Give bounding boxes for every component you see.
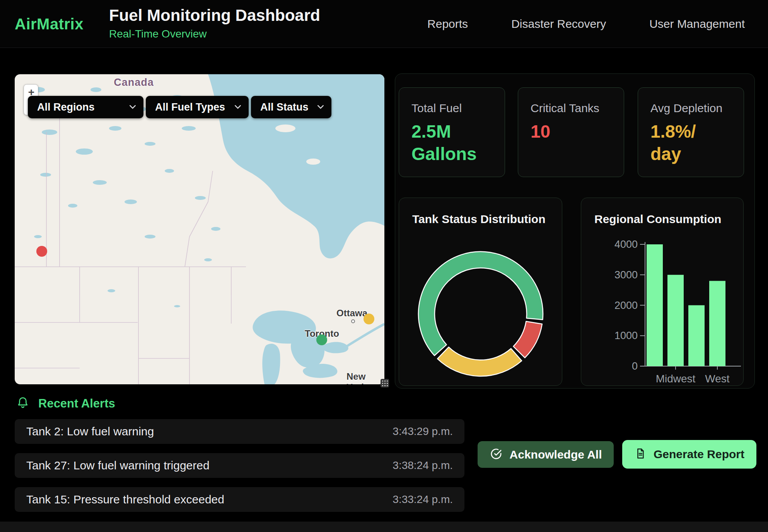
stat-card-avg-depletion: Avg Depletion 1.8%/ day: [638, 87, 744, 177]
alert-row-partial: [0, 522, 768, 532]
fuel-type-filter-value: All Fuel Types: [155, 101, 225, 113]
status-filter-select[interactable]: All Status: [251, 96, 331, 118]
bar-0: [647, 244, 663, 366]
svg-text:0: 0: [632, 360, 638, 372]
document-icon: [634, 447, 647, 461]
chevron-down-icon: [317, 104, 324, 111]
alert-time: 3:43:29 p.m.: [393, 425, 453, 438]
check-circle-icon: [490, 447, 503, 462]
stat-card-critical-tanks: Critical Tanks 10: [518, 87, 624, 177]
bell-icon: [16, 396, 30, 411]
svg-text:2000: 2000: [614, 300, 638, 311]
svg-text:1000: 1000: [614, 330, 638, 341]
map-marker-normal[interactable]: [316, 334, 327, 345]
brand-logo[interactable]: AirMatrix: [15, 15, 84, 33]
town-symbol-icon: [351, 319, 355, 323]
donut-segment-warning: [437, 347, 522, 376]
stat-label: Avg Depletion: [650, 102, 732, 115]
donut-segment-critical: [514, 321, 542, 358]
fuel-monitoring-dashboard: AirMatrix Fuel Monitoring Dashboard Real…: [0, 0, 768, 532]
tank-status-card: Tank Status Distribution: [399, 198, 562, 386]
alert-message: Tank 15: Pressure threshold exceeded: [26, 493, 224, 506]
alert-row[interactable]: Tank 27: Low fuel warning triggered 3:38…: [15, 453, 464, 478]
bar-2: [688, 305, 705, 367]
app-header: AirMatrix Fuel Monitoring Dashboard Real…: [0, 0, 768, 48]
stat-label: Total Fuel: [411, 102, 493, 115]
acknowledge-all-button[interactable]: Acknowledge All: [478, 441, 614, 468]
alerts-header: Recent Alerts: [16, 396, 115, 411]
overview-panel: Total Fuel 2.5M Gallons Critical Tanks 1…: [395, 73, 755, 389]
alert-message: Tank 27: Low fuel warning triggered: [26, 459, 210, 472]
stat-value: 10: [531, 120, 612, 143]
tank-status-donut: [399, 198, 563, 386]
resize-grip-icon[interactable]: [381, 379, 389, 387]
fuel-type-filter-select[interactable]: All Fuel Types: [146, 96, 249, 118]
alert-time: 3:38:24 p.m.: [393, 459, 453, 472]
stat-card-total-fuel: Total Fuel 2.5M Gallons: [399, 87, 505, 177]
nav-item-reports[interactable]: Reports: [427, 17, 468, 31]
map-country-label: Canada: [103, 77, 165, 89]
page-subtitle: Real-Time Overview: [109, 28, 320, 40]
page-title: Fuel Monitoring Dashboard: [109, 6, 320, 25]
svg-text:Midwest: Midwest: [656, 373, 696, 385]
alert-time: 3:33:24 p.m.: [393, 493, 453, 506]
map-panel: Canada Ottawa Toronto New York + − All R…: [15, 74, 384, 384]
status-filter-value: All Status: [260, 101, 309, 113]
svg-text:3000: 3000: [614, 269, 638, 281]
acknowledge-all-label: Acknowledge All: [510, 448, 602, 461]
map-marker-critical[interactable]: [36, 246, 47, 257]
alert-row[interactable]: Tank 2: Low fuel warning 3:43:29 p.m.: [15, 419, 464, 444]
alert-row[interactable]: Tank 15: Pressure threshold exceeded 3:3…: [15, 487, 464, 512]
regional-consumption-chart: 01000200030004000MidwestWest: [581, 198, 744, 386]
regional-consumption-card: Regional Consumption 01000200030004000Mi…: [581, 198, 744, 386]
chevron-down-icon: [235, 104, 241, 111]
bar-1: [667, 275, 684, 366]
stat-label: Critical Tanks: [531, 102, 612, 115]
region-filter-value: All Regions: [37, 101, 95, 113]
nav-item-user-management[interactable]: User Management: [649, 17, 745, 31]
nav-item-disaster-recovery[interactable]: Disaster Recovery: [511, 17, 606, 31]
stat-value: 1.8%/ day: [650, 120, 732, 165]
alerts-title: Recent Alerts: [38, 397, 115, 411]
bar-3: [709, 281, 725, 367]
region-filter-select[interactable]: All Regions: [28, 96, 143, 118]
generate-report-button[interactable]: Generate Report: [622, 440, 756, 469]
alert-message: Tank 2: Low fuel warning: [26, 425, 154, 438]
svg-text:4000: 4000: [614, 239, 638, 250]
chevron-down-icon: [130, 104, 136, 111]
map-marker-warning[interactable]: [364, 314, 374, 324]
map-city-label-newyork: New York: [346, 371, 384, 384]
title-block: Fuel Monitoring Dashboard Real-Time Over…: [109, 6, 320, 40]
generate-report-label: Generate Report: [654, 448, 744, 461]
map-filter-bar: All Regions All Fuel Types All Status: [28, 96, 331, 118]
stat-value: 2.5M Gallons: [411, 120, 493, 165]
svg-text:West: West: [705, 373, 729, 385]
map-city-label-ottawa: Ottawa: [336, 308, 367, 319]
main-nav: Reports Disaster Recovery User Managemen…: [427, 0, 745, 48]
